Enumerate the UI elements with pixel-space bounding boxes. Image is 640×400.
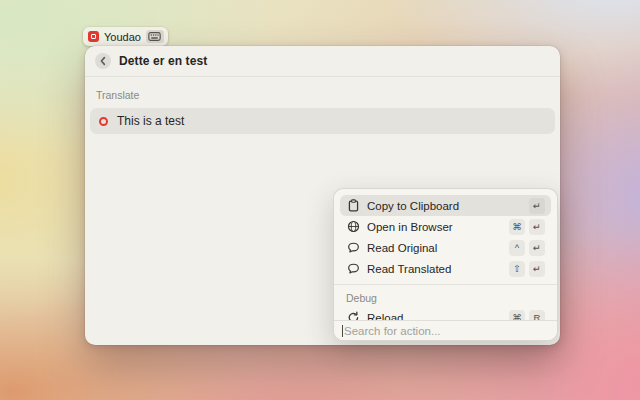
action-label: Read Original	[367, 242, 502, 254]
action-row[interactable]: Read Translated⇧↵	[340, 258, 551, 279]
action-row[interactable]: Copy to Clipboard↵	[340, 195, 551, 216]
globe-icon	[346, 220, 360, 234]
key-badge: ^	[509, 240, 525, 256]
speech-bubble-icon	[346, 262, 360, 276]
shortcut-keys: ⇧↵	[509, 261, 545, 277]
section-label-translate: Translate	[90, 89, 555, 101]
text-cursor	[342, 325, 343, 337]
key-badge: ⇧	[509, 261, 525, 277]
action-row[interactable]: Open in Browser⌘↵	[340, 216, 551, 237]
keyboard-icon	[146, 30, 164, 43]
key-badge: ↵	[529, 240, 545, 256]
key-badge: ↵	[529, 261, 545, 277]
clipboard-icon	[346, 199, 360, 213]
action-label: Reload	[367, 312, 502, 321]
list-item-translation[interactable]: This is a test	[90, 108, 555, 134]
back-button[interactable]	[95, 53, 111, 69]
action-search-input[interactable]	[344, 325, 549, 337]
hotkey-pill-label: Youdao	[104, 31, 141, 43]
reload-icon	[346, 311, 360, 321]
action-section-title: Debug	[340, 290, 551, 307]
window-body: Translate This is a test	[85, 77, 560, 134]
action-label: Copy to Clipboard	[367, 200, 522, 212]
key-badge: ↵	[529, 198, 545, 214]
desktop-background: Youdao Dette er en test Translate	[0, 0, 640, 400]
shortcut-keys: ↵	[529, 198, 545, 214]
action-row[interactable]: Read Original^↵	[340, 237, 551, 258]
action-panel: Copy to Clipboard↵Open in Browser⌘↵Read …	[333, 188, 558, 341]
list-item-label: This is a test	[117, 114, 184, 128]
action-list: Copy to Clipboard↵Open in Browser⌘↵Read …	[334, 189, 557, 320]
shortcut-keys: ⌘R	[509, 310, 545, 321]
shortcut-keys: ⌘↵	[509, 219, 545, 235]
key-badge: R	[529, 310, 545, 321]
hotkey-pill[interactable]: Youdao	[83, 27, 168, 46]
action-label: Open in Browser	[367, 221, 502, 233]
action-row[interactable]: Reload⌘R	[340, 307, 551, 320]
action-search-bar	[334, 320, 557, 340]
youdao-logo-icon	[88, 31, 99, 42]
shortcut-keys: ^↵	[509, 240, 545, 256]
key-badge: ↵	[529, 219, 545, 235]
window-header: Dette er en test	[85, 46, 560, 77]
action-label: Read Translated	[367, 263, 502, 275]
red-ring-icon	[99, 117, 108, 126]
key-badge: ⌘	[509, 310, 525, 321]
chevron-left-icon	[99, 56, 107, 66]
page-title: Dette er en test	[119, 54, 207, 68]
key-badge: ⌘	[509, 219, 525, 235]
speech-bubble-icon	[346, 241, 360, 255]
panel-divider	[334, 284, 557, 285]
